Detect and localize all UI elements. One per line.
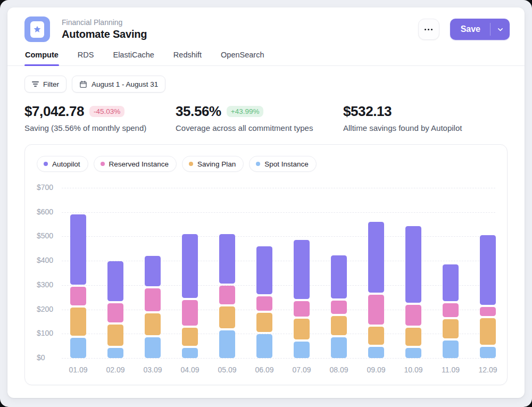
bar-segment-reserved-instance-08-09 bbox=[331, 301, 347, 313]
bar-segment-autopilot-04-09 bbox=[182, 234, 198, 298]
app-icon bbox=[24, 16, 50, 42]
x-axis-tick-label: 03.09 bbox=[134, 366, 171, 374]
bar-segment-spot-instance-11-09 bbox=[443, 340, 459, 358]
x-axis-tick-label: 12.09 bbox=[469, 366, 506, 374]
y-axis-tick-label: $0 bbox=[37, 353, 57, 362]
tab-rds[interactable]: RDS bbox=[77, 47, 95, 65]
x-axis-tick-label: 05.09 bbox=[209, 366, 246, 374]
tab-elasticache[interactable]: ElastiCache bbox=[112, 47, 154, 65]
tab-redshift[interactable]: Redshift bbox=[173, 47, 202, 65]
bar-segment-spot-instance-08-09 bbox=[331, 337, 347, 358]
content: Filter August 1 - August 31 $7,042.78-45… bbox=[7, 66, 525, 398]
toolbar: Filter August 1 - August 31 bbox=[24, 76, 508, 93]
y-axis-tick-label: $200 bbox=[37, 305, 57, 313]
bar-segment-saving-plan-04-09 bbox=[182, 328, 198, 346]
bar-segment-autopilot-09-09 bbox=[368, 222, 384, 293]
bar-segment-autopilot-07-09 bbox=[294, 240, 310, 299]
x-axis-tick-label: 11.09 bbox=[432, 366, 469, 374]
bar-segment-reserved-instance-07-09 bbox=[294, 301, 310, 316]
gridline bbox=[62, 310, 495, 310]
bar-segment-reserved-instance-06-09 bbox=[256, 296, 272, 311]
gridline bbox=[62, 358, 495, 359]
tab-compute[interactable]: Compute bbox=[24, 47, 59, 65]
tab-opensearch[interactable]: OpenSearch bbox=[220, 47, 264, 65]
bar-segment-spot-instance-07-09 bbox=[294, 342, 310, 358]
legend-chip-saving-plan[interactable]: Saving Plan bbox=[182, 156, 244, 172]
x-axis-tick-label: 02.09 bbox=[97, 366, 134, 374]
kpi-row: $7,042.78-45.03%Saving (35.56% of monthl… bbox=[24, 103, 508, 132]
bar-segment-saving-plan-05-09 bbox=[219, 306, 235, 328]
bar-segment-saving-plan-12-09 bbox=[480, 318, 496, 345]
gridline bbox=[62, 285, 495, 286]
x-axis-tick-label: 07.09 bbox=[283, 366, 320, 374]
bar-segment-saving-plan-11-09 bbox=[443, 319, 459, 339]
bar-segment-spot-instance-01-09 bbox=[70, 338, 86, 358]
bar-segment-spot-instance-12-09 bbox=[480, 347, 496, 358]
bar-segment-saving-plan-01-09 bbox=[70, 308, 86, 336]
window-frame: Financial Planning Automate Saving Save bbox=[0, 0, 532, 407]
save-menu-button[interactable] bbox=[491, 19, 510, 40]
bar-segment-saving-plan-02-09 bbox=[107, 325, 123, 346]
y-axis-tick-label: $300 bbox=[37, 280, 57, 289]
legend-chip-reserved-instance[interactable]: Reserved Instance bbox=[94, 156, 177, 172]
bar-segment-reserved-instance-04-09 bbox=[182, 300, 198, 326]
kpi-2: 35.56%+43.99%Coverage across all commitm… bbox=[176, 103, 343, 132]
filter-button[interactable]: Filter bbox=[24, 76, 66, 93]
bar-segment-autopilot-12-09 bbox=[480, 235, 496, 305]
chart-legend: AutopilotReserved InstanceSaving PlanSpo… bbox=[37, 156, 495, 172]
header: Financial Planning Automate Saving Save bbox=[7, 7, 525, 47]
more-button[interactable] bbox=[418, 19, 439, 40]
bar-segment-spot-instance-09-09 bbox=[368, 347, 384, 358]
bar-segment-reserved-instance-02-09 bbox=[107, 303, 123, 323]
kpi-value: $7,042.78 bbox=[24, 103, 84, 120]
x-axis-tick-label: 09.09 bbox=[358, 366, 395, 374]
filter-icon bbox=[32, 81, 39, 87]
gridline bbox=[62, 261, 495, 261]
star-icon bbox=[30, 21, 44, 38]
date-range-label: August 1 - August 31 bbox=[92, 80, 158, 88]
x-axis-tick-label: 01.09 bbox=[60, 366, 97, 374]
header-actions: Save bbox=[418, 19, 510, 40]
legend-label: Spot Instance bbox=[264, 160, 309, 168]
bar-segment-autopilot-02-09 bbox=[107, 261, 123, 301]
bar-segment-saving-plan-03-09 bbox=[145, 313, 161, 335]
bar-segment-spot-instance-06-09 bbox=[256, 334, 272, 358]
bar-segment-spot-instance-10-09 bbox=[405, 348, 421, 358]
bar-segment-reserved-instance-12-09 bbox=[480, 307, 496, 315]
bar-segment-autopilot-08-09 bbox=[331, 255, 347, 298]
kpi-label: Saving (35.56% of monthly spend) bbox=[24, 123, 176, 132]
gridline bbox=[62, 212, 495, 213]
legend-dot bbox=[189, 162, 193, 166]
legend-label: Saving Plan bbox=[197, 160, 236, 168]
gridline bbox=[62, 188, 495, 188]
legend-dot bbox=[256, 162, 260, 166]
kpi-change-badge: +43.99% bbox=[227, 106, 264, 117]
bar-segment-autopilot-11-09 bbox=[443, 264, 459, 301]
x-axis-tick-label: 04.09 bbox=[171, 366, 209, 374]
kpi-value: 35.56% bbox=[176, 103, 221, 120]
y-axis-tick-label: $400 bbox=[37, 256, 57, 264]
tab-bar: ComputeRDSElastiCacheRedshiftOpenSearch bbox=[7, 47, 525, 66]
legend-chip-autopilot[interactable]: Autopilot bbox=[37, 156, 88, 172]
x-axis-tick-label: 10.09 bbox=[395, 366, 432, 374]
date-range-button[interactable]: August 1 - August 31 bbox=[72, 76, 165, 93]
gridline bbox=[62, 334, 495, 334]
bar-segment-spot-instance-04-09 bbox=[182, 348, 198, 358]
save-button[interactable]: Save bbox=[450, 19, 490, 40]
kpi-value: $532.13 bbox=[343, 103, 392, 120]
bar-segment-reserved-instance-10-09 bbox=[405, 305, 421, 326]
x-axis-tick-label: 08.09 bbox=[320, 366, 358, 374]
bar-segment-saving-plan-08-09 bbox=[331, 316, 347, 336]
kpi-label: Coverage across all commitment types bbox=[176, 123, 343, 132]
y-axis-tick-label: $700 bbox=[37, 183, 57, 192]
legend-chip-spot-instance[interactable]: Spot Instance bbox=[249, 156, 317, 172]
main-panel: Financial Planning Automate Saving Save bbox=[7, 7, 525, 398]
breadcrumb-category: Financial Planning bbox=[62, 18, 418, 27]
kpi-change-badge: -45.03% bbox=[89, 106, 124, 117]
bar-segment-spot-instance-02-09 bbox=[107, 348, 123, 358]
y-axis-tick-label: $500 bbox=[37, 231, 57, 240]
bar-segment-saving-plan-07-09 bbox=[294, 319, 310, 340]
kpi-label: Alltime savings found by Autopilot bbox=[343, 123, 508, 132]
stacked-bar-chart: $0$100$200$300$400$500$600$70001.0902.09… bbox=[37, 188, 495, 377]
legend-label: Reserved Instance bbox=[109, 160, 169, 168]
